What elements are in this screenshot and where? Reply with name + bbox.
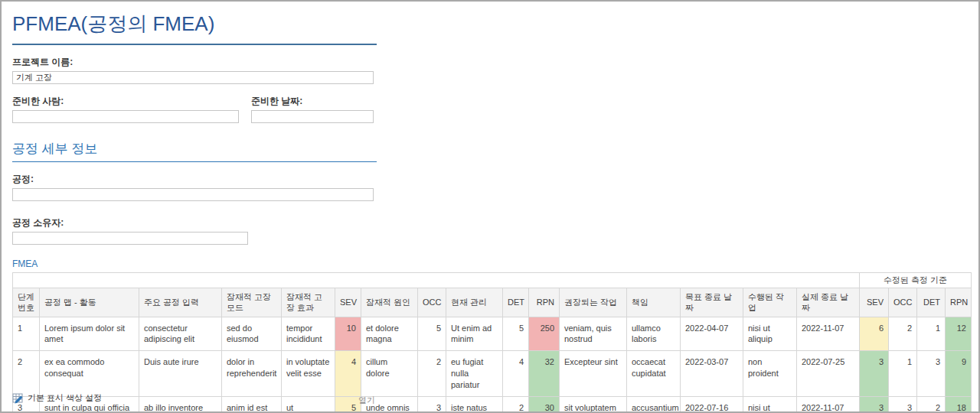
column-header: 실제 종료 날짜 bbox=[797, 288, 860, 317]
table-cell: 32 bbox=[529, 351, 560, 397]
main-content: PFMEA(공정의 FMEA) 프로젝트 이름: 준비한 사람: 준비한 날짜:… bbox=[2, 2, 978, 413]
column-header: 책임 bbox=[627, 288, 681, 317]
column-header: RPN bbox=[946, 288, 972, 317]
table-cell: 2 bbox=[418, 351, 446, 397]
column-header: DET bbox=[503, 288, 529, 317]
column-header: 잠재적 원인 bbox=[361, 288, 418, 317]
table-cell: 250 bbox=[529, 317, 560, 351]
prepared-by-input[interactable] bbox=[12, 110, 239, 123]
table-cell: dolor in reprehenderit bbox=[222, 351, 282, 397]
table-cell: ullamco laboris bbox=[627, 317, 681, 351]
column-header: 권장되는 작업 bbox=[560, 288, 627, 317]
process-section-title: 공정 세부 정보 bbox=[12, 140, 377, 158]
prepared-by-group: 준비한 사람: bbox=[12, 84, 251, 123]
column-header: 목표 종료 날짜 bbox=[681, 288, 743, 317]
table-cell: 12 bbox=[946, 317, 972, 351]
group-header-row: 수정된 측정 기준 bbox=[13, 273, 972, 288]
table-cell: occaecat cupidatat bbox=[627, 351, 681, 397]
table-cell: Excepteur sint bbox=[560, 351, 627, 397]
column-header: RPN bbox=[529, 288, 560, 317]
table-cell: 2 bbox=[13, 351, 40, 397]
table-cell: 2022-11-07 bbox=[797, 317, 860, 351]
table-cell: 2022-07-25 bbox=[797, 351, 860, 397]
project-name-label: 프로젝트 이름: bbox=[12, 56, 968, 69]
process-owner-input[interactable] bbox=[12, 232, 248, 245]
fmea-section-label: FMEA bbox=[12, 259, 968, 269]
color-settings-label: 기본 표시 색상 설정 bbox=[28, 392, 102, 404]
table-row: 2ex ea commodo consequatDuis aute irured… bbox=[13, 351, 972, 397]
prepared-row: 준비한 사람: 준비한 날짜: bbox=[12, 84, 968, 123]
prepared-by-label: 준비한 사람: bbox=[12, 95, 251, 108]
prepared-date-group: 준비한 날짜: bbox=[251, 84, 374, 123]
column-header: 잠재적 고장 모드 bbox=[222, 288, 282, 317]
column-header: 단계 번호 bbox=[13, 288, 40, 317]
table-cell: 5 bbox=[503, 317, 529, 351]
prepared-date-label: 준비한 날짜: bbox=[251, 95, 374, 108]
pfmea-page: { "page": { "title": "PFMEA(공정의 FMEA)" }… bbox=[0, 0, 980, 413]
process-input[interactable] bbox=[12, 188, 374, 201]
column-header: SEV bbox=[335, 288, 361, 317]
project-name-input[interactable] bbox=[12, 71, 374, 84]
table-cell: 2 bbox=[889, 317, 917, 351]
table-cell: eu fugiat nulla pariatur bbox=[446, 351, 503, 397]
column-header: OCC bbox=[418, 288, 446, 317]
table-cell: 2022-04-07 bbox=[681, 317, 743, 351]
table-cell: ex ea commodo consequat bbox=[40, 351, 139, 397]
table-cell: 1 bbox=[13, 317, 40, 351]
table-cell: 4 bbox=[335, 351, 361, 397]
table-cell: non proident bbox=[743, 351, 797, 397]
table-cell: 10 bbox=[335, 317, 361, 351]
column-header: OCC bbox=[889, 288, 917, 317]
table-cell: veniam, quis nostrud bbox=[560, 317, 627, 351]
table-cell: cillum dolore bbox=[361, 351, 418, 397]
process-owner-label: 공정 소유자: bbox=[12, 216, 968, 229]
column-header: 잠재적 고장 효과 bbox=[282, 288, 335, 317]
table-cell: tempor incididunt bbox=[282, 317, 335, 351]
column-header: SEV bbox=[860, 288, 889, 317]
header-row: 단계 번호공정 맵 - 활동주요 공정 입력잠재적 고장 모드잠재적 고장 효과… bbox=[13, 288, 972, 317]
table-cell: 2022-03-07 bbox=[681, 351, 743, 397]
table-cell: 3 bbox=[917, 351, 946, 397]
column-header: 주요 공정 입력 bbox=[139, 288, 222, 317]
table-cell: Ut enim ad minim bbox=[446, 317, 503, 351]
table-cell: consectetur adipiscing elit bbox=[139, 317, 222, 351]
footer-bar: 기본 표시 색상 설정 열기 bbox=[12, 392, 968, 409]
prepared-date-input[interactable] bbox=[251, 110, 374, 123]
page-title: PFMEA(공정의 FMEA) bbox=[12, 11, 377, 37]
title-block: PFMEA(공정의 FMEA) bbox=[12, 11, 377, 45]
column-header: 공정 맵 - 활동 bbox=[40, 288, 139, 317]
edit-table-icon bbox=[12, 392, 24, 404]
table-cell: nisi ut aliquip bbox=[743, 317, 797, 351]
revised-metrics-group-header: 수정된 측정 기준 bbox=[860, 273, 972, 288]
table-cell: 6 bbox=[860, 317, 889, 351]
table-cell: 1 bbox=[917, 317, 946, 351]
table-row: 1Lorem ipsum dolor sit ametconsectetur a… bbox=[13, 317, 972, 351]
color-settings-button[interactable]: 기본 표시 색상 설정 bbox=[12, 392, 102, 404]
expand-toggle[interactable]: 열기 bbox=[358, 395, 375, 406]
table-cell: 9 bbox=[946, 351, 972, 397]
group-empty-cell bbox=[13, 273, 860, 288]
table-cell: Duis aute irure bbox=[139, 351, 222, 397]
table-cell: 1 bbox=[889, 351, 917, 397]
table-cell: sed do eiusmod bbox=[222, 317, 282, 351]
column-header: 현재 관리 bbox=[446, 288, 503, 317]
column-header: 수행된 작업 bbox=[743, 288, 797, 317]
column-header: DET bbox=[917, 288, 946, 317]
table-cell: et dolore magna bbox=[361, 317, 418, 351]
table-cell: in voluptate velit esse bbox=[282, 351, 335, 397]
table-cell: Lorem ipsum dolor sit amet bbox=[40, 317, 139, 351]
process-section-header: 공정 세부 정보 bbox=[12, 140, 377, 162]
table-cell: 4 bbox=[503, 351, 529, 397]
process-label: 공정: bbox=[12, 173, 968, 186]
table-cell: 5 bbox=[418, 317, 446, 351]
table-cell: 3 bbox=[860, 351, 889, 397]
